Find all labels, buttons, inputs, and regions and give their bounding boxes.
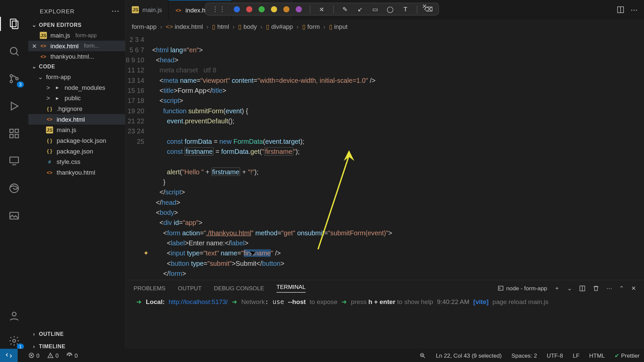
language-status[interactable]: HTML	[589, 352, 605, 359]
svg-rect-0	[10, 19, 16, 27]
breadcrumb-item[interactable]: ▯ form	[302, 23, 320, 30]
svg-rect-21	[498, 286, 503, 290]
svg-point-2	[10, 48, 17, 54]
search-activity-icon[interactable]	[4, 42, 24, 61]
pencil-icon[interactable]: ✎	[342, 5, 349, 12]
output-tab[interactable]: OUTPUT	[178, 285, 201, 292]
breadcrumb-item[interactable]: ▯ html	[212, 23, 229, 30]
scm-activity-icon[interactable]: 3	[4, 69, 24, 88]
file-tree-item[interactable]: { }package.json	[28, 146, 125, 157]
file-tree-item[interactable]: { }.hgignore	[28, 104, 125, 114]
terminal-shell-label[interactable]: node - form-app	[497, 285, 547, 292]
breadcrumb-item[interactable]: ▯ input	[329, 23, 348, 30]
shuffle-icon[interactable]: ⤨	[318, 5, 325, 12]
encoding-status[interactable]: UTF-8	[547, 352, 563, 359]
svg-point-4	[10, 75, 12, 77]
explorer-activity-icon[interactable]	[4, 14, 24, 34]
open-editor-item[interactable]: JSmain.jsform-app	[28, 30, 125, 41]
color-dot[interactable]	[296, 6, 302, 12]
code-editor[interactable]: 2 3 4 5 6 7 8 9 10 11 12 13 14 15 16 17 …	[126, 35, 644, 280]
problems-tab[interactable]: PROBLEMS	[133, 285, 165, 292]
open-editor-item[interactable]: ✕<>index.htmlform...	[28, 41, 125, 51]
panel-maximize-icon[interactable]: ⌃	[619, 285, 624, 292]
file-tree-item[interactable]: <>index.html	[28, 114, 125, 125]
explorer-title: EXPLORER	[40, 8, 75, 14]
remote-activity-icon[interactable]	[4, 151, 24, 171]
svg-rect-1	[12, 21, 18, 29]
debug-activity-icon[interactable]	[4, 96, 24, 116]
rect-tool-icon[interactable]: ▭	[372, 5, 379, 12]
debug-console-tab[interactable]: DEBUG CONSOLE	[214, 285, 264, 292]
close-toolbar-icon[interactable]: ✕	[422, 3, 427, 10]
color-dot[interactable]	[246, 6, 252, 12]
edge-activity-icon[interactable]	[4, 179, 24, 198]
file-tree-item[interactable]: <>thankyou.html	[28, 167, 125, 178]
color-dot[interactable]	[259, 6, 265, 12]
arrow-tool-icon[interactable]: ↙	[357, 5, 364, 12]
file-tree-item[interactable]: >▸public	[28, 93, 125, 104]
breadcrumb-item[interactable]: <> index.html	[166, 23, 203, 30]
split-terminal-icon[interactable]	[579, 285, 586, 292]
warnings-status[interactable]: 0	[47, 352, 58, 359]
extensions-activity-icon[interactable]	[4, 124, 24, 143]
terminal-tab[interactable]: TERMINAL	[276, 284, 306, 293]
new-terminal-icon[interactable]: ＋	[554, 284, 560, 292]
file-tree-item[interactable]: #style.css	[28, 157, 125, 167]
color-dot[interactable]	[271, 6, 277, 12]
prettier-status[interactable]: ✔ Prettier	[614, 352, 640, 359]
folder-form-app[interactable]: ⌄form-app	[28, 72, 125, 82]
account-activity-icon[interactable]	[4, 306, 24, 326]
editor-tab[interactable]: JSmain.js	[126, 0, 169, 19]
color-dot[interactable]	[283, 6, 289, 12]
svg-line-31	[424, 356, 425, 358]
outline-section[interactable]: ›OUTLINE	[28, 329, 125, 339]
status-bar: 0 0 0 Ln 22, Col 43 (9 selected) Spaces:…	[0, 349, 644, 362]
file-tree-item[interactable]: >▸node_modules	[28, 82, 125, 93]
color-dot[interactable]	[234, 6, 240, 12]
explorer-sidebar: EXPLORER ⋯ ⌄OPEN EDITORS JSmain.jsform-a…	[28, 0, 125, 362]
terminal-dropdown-icon[interactable]: ⌄	[567, 285, 572, 292]
remote-status-icon[interactable]	[0, 349, 18, 362]
cursor-status[interactable]: Ln 22, Col 43 (9 selected)	[436, 352, 501, 359]
color-dots[interactable]	[234, 6, 302, 12]
eol-status[interactable]: LF	[573, 352, 580, 359]
text-tool-icon[interactable]: T	[402, 5, 409, 12]
svg-point-29	[69, 355, 70, 356]
floating-annotation-toolbar[interactable]: ⋮⋮ ⤨ ✎ ↙ ▭ ◯ T ⌫	[205, 3, 439, 15]
image-activity-icon[interactable]	[4, 206, 24, 226]
svg-rect-10	[10, 134, 13, 138]
workspace-section[interactable]: ⌄CODE	[28, 62, 125, 72]
svg-point-28	[50, 357, 51, 357]
svg-rect-15	[10, 213, 18, 219]
breadcrumbs[interactable]: form-app›<> index.html›▯ html›▯ body›▯ d…	[126, 19, 644, 35]
spaces-status[interactable]: Spaces: 2	[512, 352, 537, 359]
svg-marker-7	[11, 102, 18, 110]
trash-terminal-icon[interactable]	[593, 285, 599, 292]
terminal-output[interactable]: ➜ Local: http://localhost:5173/ ➜ Networ…	[126, 296, 644, 349]
close-editor-icon[interactable]: ✕	[32, 43, 37, 50]
ports-status[interactable]: 0	[66, 352, 77, 359]
circle-tool-icon[interactable]: ◯	[387, 5, 394, 12]
svg-line-3	[16, 53, 18, 56]
panel-more-icon[interactable]: ⋯	[606, 285, 612, 292]
settings-activity-icon[interactable]: 1	[4, 331, 24, 351]
errors-status[interactable]: 0	[28, 352, 39, 359]
line-gutter: 2 3 4 5 6 7 8 9 10 11 12 13 14 15 16 17 …	[126, 35, 152, 280]
open-editor-item[interactable]: <>thankyou.html...	[28, 51, 125, 62]
file-tree-item[interactable]: { }package-lock.json	[28, 135, 125, 146]
svg-rect-9	[15, 129, 18, 132]
sparkle-icon: ✦	[143, 248, 149, 258]
breadcrumb-item[interactable]: ▯ body	[238, 23, 257, 30]
explorer-more-icon[interactable]: ⋯	[111, 6, 120, 16]
breadcrumb-item[interactable]: form-app	[132, 23, 157, 30]
zoom-status-icon[interactable]	[420, 352, 426, 359]
code-content[interactable]: <html lang="en"> <head> meta charset utf…	[152, 35, 644, 280]
breadcrumb-item[interactable]: ▯ div#app	[266, 23, 293, 30]
panel-close-icon[interactable]: ✕	[631, 285, 636, 292]
file-tree-item[interactable]: JSmain.js	[28, 125, 125, 135]
open-editors-section[interactable]: ⌄OPEN EDITORS	[28, 20, 125, 30]
svg-rect-8	[10, 129, 13, 132]
svg-point-16	[12, 312, 16, 316]
tab-more-icon[interactable]: ⋯	[631, 5, 638, 14]
split-editor-icon[interactable]	[616, 5, 625, 14]
